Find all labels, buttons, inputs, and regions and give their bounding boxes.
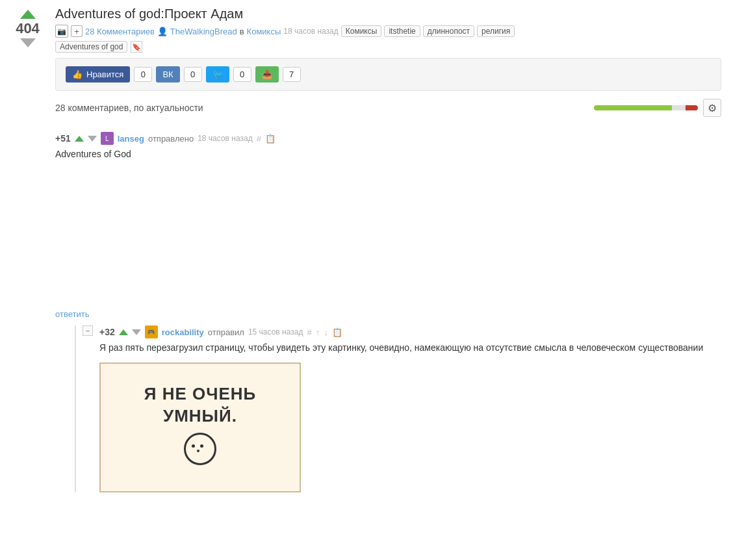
meta-user-icon: 👤 [157, 27, 168, 36]
nested-comment-meta: +32 🎮 rockability отправил 15 часов наза… [99, 325, 721, 338]
nested-action-down-icon[interactable]: ↓ [324, 327, 328, 337]
comment-image-placeholder [55, 161, 721, 304]
vote-down-button[interactable] [20, 38, 36, 47]
relevance-bar-fill [594, 105, 672, 110]
vote-up-button[interactable] [20, 10, 36, 19]
comment-time: 18 часов назад [198, 134, 252, 143]
like-thumb-icon: 👍 [72, 70, 83, 79]
tag-dlinnpost[interactable]: длиннопост [423, 25, 474, 37]
comments-link[interactable]: 28 Комментариев [85, 27, 155, 36]
comment-username[interactable]: lanseg [118, 134, 144, 144]
relevance-bar-accent [686, 105, 698, 110]
comment-vote-up[interactable] [75, 136, 84, 142]
comments-count-text: 28 комментариев, по актуальности [55, 103, 203, 113]
pocket-icon: 📥 [262, 70, 272, 79]
nested-comment-body: +32 🎮 rockability отправил 15 часов наза… [99, 325, 721, 492]
nested-vote-up[interactable] [119, 329, 128, 335]
vk-button[interactable]: ВК [156, 66, 179, 83]
nested-comment-verb: отправил [208, 327, 244, 337]
pocket-save-button[interactable]: 📥 [255, 66, 279, 83]
comment-meta: +51 L lanseg отправлено 18 часов назад #… [55, 132, 721, 145]
nested-action-up-icon[interactable]: ↑ [316, 327, 320, 337]
nested-edit-icon[interactable]: 📋 [332, 327, 342, 337]
tag-religion[interactable]: религия [477, 25, 515, 37]
comic-text-line2: УМНЫЙ. [163, 405, 237, 427]
reply-link[interactable]: ответить [55, 309, 89, 319]
vote-column: 404 [10, 6, 45, 505]
comment-edit-icon[interactable]: 📋 [265, 134, 276, 144]
nested-comment-score: +32 [99, 327, 115, 337]
twitter-count: 0 [233, 67, 251, 82]
twitter-button[interactable]: 🐦 [206, 66, 229, 83]
collapse-button[interactable]: − [83, 325, 93, 336]
like-count: 0 [134, 67, 152, 82]
like-button[interactable]: 👍 Нравится [66, 66, 130, 83]
secondary-meta: Adventures of god 🔖 [55, 41, 721, 53]
main-content: Adventures of god:Проект Адам 📷 + 28 Ком… [55, 6, 721, 505]
add-icon[interactable]: + [71, 25, 83, 37]
comments-settings-button[interactable]: ⚙ [703, 99, 721, 117]
social-bar: 👍 Нравится 0 ВК 0 🐦 0 📥 7 [55, 58, 721, 91]
vote-score: 404 [16, 20, 40, 37]
comic-head [184, 433, 216, 465]
comic-text-line1: Я НЕ ОЧЕНЬ [144, 383, 257, 405]
in-label: в [240, 27, 244, 36]
nested-comment-username[interactable]: rockability [162, 327, 204, 337]
comic-eye-right [200, 444, 203, 448]
comic-image: Я НЕ ОЧЕНЬ УМНЫЙ. [99, 363, 301, 492]
comment-vote-down[interactable] [88, 136, 97, 142]
vk-count: 0 [184, 67, 202, 82]
post-time: 18 часов назад [283, 27, 338, 36]
comment-verb: отправлено [148, 134, 194, 144]
nested-comment: − +32 🎮 rockability отправил 15 часов на… [75, 325, 721, 492]
nested-hash-icon[interactable]: # [307, 327, 311, 337]
post-title: Adventures of god:Проект Адам [55, 6, 721, 21]
like-label: Нравится [86, 70, 123, 79]
comic-nose [197, 450, 199, 452]
post-header: Adventures of god:Проект Адам 📷 + 28 Ком… [55, 6, 721, 53]
author-link[interactable]: TheWalkingBread [170, 27, 237, 36]
comic-eye-left [192, 444, 195, 448]
comment-item: +51 L lanseg отправлено 18 часов назад #… [55, 132, 721, 492]
comment-hash-icon[interactable]: # [257, 134, 261, 144]
nested-comment-avatar: 🎮 [145, 325, 158, 338]
save-count: 7 [283, 67, 301, 82]
tag-adventures-of-god[interactable]: Adventures of god [55, 41, 127, 53]
comment-avatar: L [101, 132, 114, 145]
relevance-bar [594, 105, 698, 110]
comment-score: +51 [55, 133, 71, 144]
relevance-bar-container: ⚙ [594, 99, 721, 117]
nested-comment-top: − +32 🎮 rockability отправил 15 часов на… [83, 325, 721, 492]
camera-icon[interactable]: 📷 [55, 25, 68, 38]
tag-comics[interactable]: Комиксы [341, 25, 382, 37]
comic-character [181, 433, 220, 472]
twitter-icon: 🐦 [212, 70, 223, 79]
save-post-icon[interactable]: 🔖 [131, 41, 142, 53]
post-meta: 📷 + 28 Комментариев 👤 TheWalkingBread в … [55, 25, 721, 38]
vk-icon: ВК [162, 70, 173, 79]
nested-vote-down[interactable] [132, 329, 141, 335]
comment-text: Adventures of God [55, 147, 721, 161]
section-link[interactable]: Комиксы [247, 27, 281, 36]
nested-comment-text: Я раз пять перезагрузил страницу, чтобы … [99, 341, 721, 355]
comments-header: 28 комментариев, по актуальности ⚙ [55, 99, 721, 122]
tag-itsthetie[interactable]: itsthetie [384, 25, 420, 37]
nested-comment-time: 15 часов назад [248, 327, 303, 337]
